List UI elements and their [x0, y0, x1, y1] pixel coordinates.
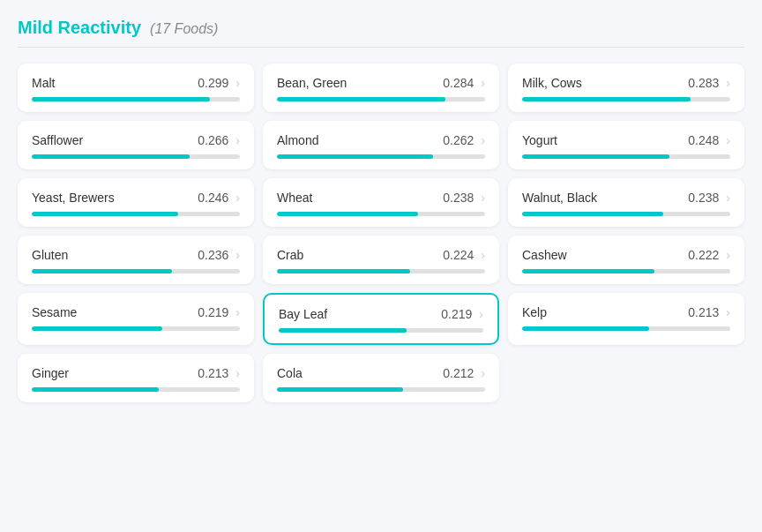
food-value: 0.266 — [198, 133, 228, 147]
food-name: Gluten — [32, 248, 68, 262]
food-card[interactable]: Crab 0.224 › — [263, 236, 499, 284]
card-header-row: Crab 0.224 › — [277, 248, 485, 262]
bar-track — [32, 326, 240, 331]
bar-fill — [522, 326, 649, 331]
bar-fill — [32, 97, 210, 101]
bar-track — [522, 269, 730, 273]
food-value: 0.212 — [443, 366, 474, 380]
chevron-right-icon: › — [481, 133, 485, 147]
food-name: Malt — [32, 76, 55, 90]
bar-fill — [32, 326, 162, 331]
card-right: 0.238 › — [688, 191, 730, 205]
card-right: 0.246 › — [198, 191, 240, 205]
bar-track — [522, 326, 730, 331]
card-header-row: Almond 0.262 › — [277, 133, 485, 147]
card-right: 0.284 › — [443, 76, 485, 90]
chevron-right-icon: › — [235, 76, 240, 90]
card-right: 0.299 › — [198, 76, 240, 90]
food-card[interactable]: Gluten 0.236 › — [18, 236, 254, 284]
card-header-row: Bean, Green 0.284 › — [277, 76, 485, 90]
card-header-row: Yeast, Brewers 0.246 › — [32, 191, 240, 205]
food-name: Kelp — [522, 305, 547, 319]
food-name: Sesame — [32, 305, 77, 319]
food-card[interactable]: Wheat 0.238 › — [263, 178, 499, 227]
chevron-right-icon: › — [481, 366, 485, 380]
food-value: 0.224 — [443, 248, 474, 262]
bar-fill — [32, 269, 172, 273]
page-subtitle: (17 Foods) — [150, 21, 218, 37]
bar-track — [277, 212, 485, 216]
card-right: 0.283 › — [688, 76, 730, 90]
bar-track — [277, 154, 485, 159]
card-header-row: Ginger 0.213 › — [32, 366, 240, 380]
chevron-right-icon: › — [726, 248, 730, 262]
card-header-row: Walnut, Black 0.238 › — [522, 191, 730, 205]
food-name: Yogurt — [522, 133, 557, 147]
card-header-row: Gluten 0.236 › — [32, 248, 240, 262]
bar-fill — [279, 328, 407, 333]
card-right: 0.212 › — [443, 366, 485, 380]
bar-fill — [522, 212, 663, 216]
food-value: 0.213 — [198, 366, 228, 380]
bar-fill — [277, 387, 403, 392]
food-card[interactable]: Bean, Green 0.284 › — [263, 64, 499, 112]
food-card[interactable]: Ginger 0.213 › — [18, 354, 254, 402]
chevron-right-icon: › — [726, 76, 730, 90]
card-right: 0.222 › — [688, 248, 730, 262]
food-name: Cola — [277, 366, 303, 380]
card-header-row: Safflower 0.266 › — [32, 133, 240, 147]
food-card[interactable]: Kelp 0.213 › — [508, 293, 744, 345]
card-right: 0.213 › — [688, 305, 730, 319]
food-card[interactable]: Milk, Cows 0.283 › — [508, 64, 744, 112]
bar-fill — [277, 269, 410, 273]
bar-track — [32, 212, 240, 216]
food-card[interactable]: Walnut, Black 0.238 › — [508, 178, 744, 227]
food-value: 0.246 — [198, 191, 228, 205]
food-value: 0.213 — [688, 305, 719, 319]
food-card[interactable]: Safflower 0.266 › — [18, 121, 254, 169]
bar-track — [32, 387, 240, 392]
card-right: 0.262 › — [443, 133, 485, 147]
bar-fill — [277, 212, 418, 216]
bar-track — [522, 212, 730, 216]
card-right: 0.248 › — [688, 133, 730, 147]
food-name: Yeast, Brewers — [32, 191, 115, 205]
food-name: Crab — [277, 248, 303, 262]
food-value: 0.238 — [688, 191, 719, 205]
bar-track — [277, 269, 485, 273]
food-card[interactable]: Bay Leaf 0.219 › — [263, 293, 499, 345]
bar-fill — [522, 154, 669, 159]
bar-fill — [277, 97, 445, 101]
card-right: 0.224 › — [443, 248, 485, 262]
bar-track — [32, 269, 240, 273]
food-value: 0.299 — [198, 76, 228, 90]
food-card[interactable]: Sesame 0.219 › — [18, 293, 254, 345]
page-header: Mild Reactivity (17 Foods) — [18, 18, 744, 48]
card-header-row: Bay Leaf 0.219 › — [279, 307, 483, 321]
card-header-row: Malt 0.299 › — [32, 76, 240, 90]
food-name: Bay Leaf — [279, 307, 327, 321]
bar-fill — [277, 154, 433, 159]
chevron-right-icon: › — [235, 366, 240, 380]
card-header-row: Cashew 0.222 › — [522, 248, 730, 262]
chevron-right-icon: › — [481, 248, 485, 262]
food-name: Safflower — [32, 133, 83, 147]
food-card[interactable]: Cola 0.212 › — [263, 354, 499, 402]
food-card[interactable]: Almond 0.262 › — [263, 121, 499, 169]
card-header-row: Milk, Cows 0.283 › — [522, 76, 730, 90]
food-card[interactable]: Yogurt 0.248 › — [508, 121, 744, 169]
food-value: 0.222 — [688, 248, 719, 262]
bar-track — [279, 328, 483, 333]
card-right: 0.236 › — [198, 248, 240, 262]
food-name: Walnut, Black — [522, 191, 597, 205]
food-card[interactable]: Malt 0.299 › — [18, 64, 254, 112]
food-card[interactable]: Cashew 0.222 › — [508, 236, 744, 284]
food-value: 0.283 — [688, 76, 719, 90]
card-right: 0.219 › — [441, 307, 483, 321]
bar-fill — [32, 212, 178, 216]
food-value: 0.238 — [443, 191, 474, 205]
food-value: 0.248 — [688, 133, 719, 147]
chevron-right-icon: › — [235, 305, 240, 319]
food-card[interactable]: Yeast, Brewers 0.246 › — [18, 178, 254, 227]
chevron-right-icon: › — [481, 76, 485, 90]
